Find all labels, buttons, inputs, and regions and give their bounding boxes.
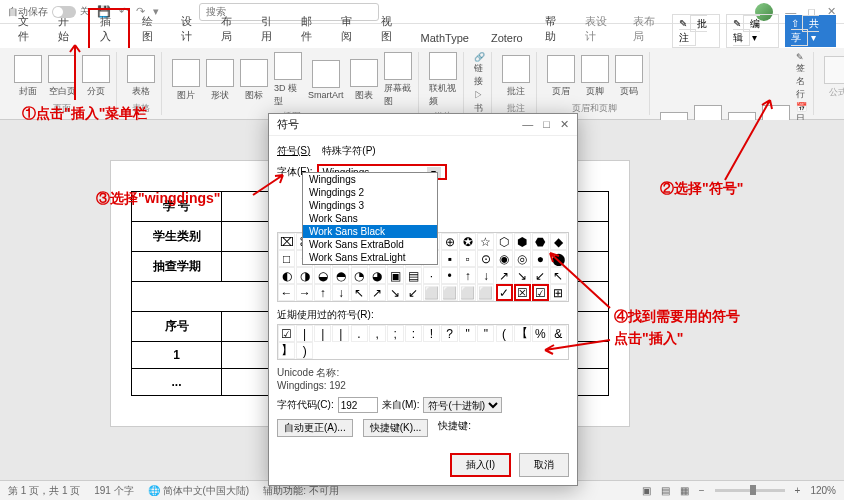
from-select[interactable]: 符号(十进制) [423, 397, 502, 413]
tab-review[interactable]: 审阅 [331, 10, 369, 48]
symbol-cell[interactable]: ☆ [477, 233, 494, 250]
symbol-cell[interactable]: ↑ [459, 267, 476, 284]
tab-mathtype[interactable]: MathType [411, 28, 479, 48]
screenshot-button[interactable]: 屏幕截图 [384, 52, 412, 108]
font-option[interactable]: Wingdings 3 [303, 199, 437, 212]
tab-references[interactable]: 引用 [251, 10, 289, 48]
edit-button[interactable]: ✎ 编辑 ▾ [726, 14, 779, 48]
symbol-cell[interactable]: □ [278, 250, 295, 267]
symbol-cell[interactable]: ⬜ [441, 284, 458, 301]
symbol-cell[interactable]: ☒ [514, 284, 531, 301]
recent-symbol[interactable]: | [314, 325, 331, 342]
tab-draw[interactable]: 绘图 [132, 10, 170, 48]
symbol-cell[interactable]: ✪ [459, 233, 476, 250]
recent-symbol[interactable]: ; [387, 325, 404, 342]
footer-button[interactable]: 页脚 [581, 55, 609, 98]
smartart-button[interactable]: SmartArt [308, 60, 344, 100]
chart-button[interactable]: 图表 [350, 59, 378, 102]
cancel-button[interactable]: 取消 [519, 453, 569, 477]
shortcut-button[interactable]: 快捷键(K)... [363, 419, 429, 437]
symbol-cell[interactable]: ↙ [405, 284, 422, 301]
insert-button[interactable]: 插入(I) [450, 453, 511, 477]
comments-button[interactable]: ✎ 批注 [672, 14, 719, 48]
symbol-cell[interactable]: ↖ [351, 284, 368, 301]
symbol-cell[interactable]: ▣ [387, 267, 404, 284]
link-button[interactable]: 🔗 链接 [474, 52, 485, 88]
symbol-cell[interactable]: ✓ [496, 284, 513, 301]
shapes-button[interactable]: 形状 [206, 59, 234, 102]
recent-symbol[interactable]: . [351, 325, 368, 342]
symbol-cell[interactable]: ⬜ [477, 284, 494, 301]
symbol-cell[interactable]: ▪ [441, 250, 458, 267]
font-option[interactable]: Work Sans ExtraBold [303, 238, 437, 251]
symbol-cell[interactable]: ▤ [405, 267, 422, 284]
zoom-level[interactable]: 120% [810, 485, 836, 496]
symbol-cell[interactable]: → [296, 284, 313, 301]
symbol-cell[interactable]: ↗ [369, 284, 386, 301]
recent-symbol[interactable]: " [477, 325, 494, 342]
symbol-cell[interactable]: ⊙ [477, 250, 494, 267]
page-status[interactable]: 第 1 页，共 1 页 [8, 484, 80, 498]
font-option[interactable]: Work Sans Black [303, 225, 437, 238]
symbol-cell[interactable]: · [423, 267, 440, 284]
symbol-cell[interactable]: ↙ [532, 267, 549, 284]
symbol-cell[interactable]: ⬢ [514, 233, 531, 250]
pagenumber-button[interactable]: 页码 [615, 55, 643, 98]
symbol-cell[interactable]: ⬜ [459, 284, 476, 301]
symbol-cell[interactable]: ◎ [514, 250, 531, 267]
symbol-cell[interactable]: ◕ [369, 267, 386, 284]
share-button[interactable]: ⇧ 共享 ▾ [785, 15, 836, 47]
tab-layout[interactable]: 布局 [211, 10, 249, 48]
symbol-cell[interactable]: ↓ [332, 284, 349, 301]
recent-symbol[interactable]: 【 [514, 325, 531, 342]
symbol-cell[interactable]: ⬤ [550, 250, 567, 267]
symbol-cell[interactable]: ↘ [514, 267, 531, 284]
symbol-cell[interactable]: ⌧ [278, 233, 295, 250]
zoom-slider[interactable] [715, 489, 785, 492]
autocorrect-button[interactable]: 自动更正(A)... [277, 419, 353, 437]
dialog-close-icon[interactable]: ✕ [560, 118, 569, 131]
cover-page-button[interactable]: 封面 [14, 55, 42, 98]
zoom-in-icon[interactable]: + [795, 485, 801, 496]
tab-tablelayout[interactable]: 表布局 [623, 10, 670, 48]
recent-symbol[interactable]: & [550, 325, 567, 342]
font-option[interactable]: Wingdings 2 [303, 186, 437, 199]
signature-button[interactable]: ✎ 签名行 [796, 52, 807, 101]
tab-view[interactable]: 视图 [371, 10, 409, 48]
symbol-cell[interactable]: ← [278, 284, 295, 301]
symbol-cell[interactable]: ⊕ [441, 233, 458, 250]
recent-symbol[interactable]: ? [441, 325, 458, 342]
tab-tabledesign[interactable]: 表设计 [575, 10, 622, 48]
symbol-cell[interactable]: ☑ [532, 284, 549, 301]
dialog-minimize-icon[interactable]: — [522, 118, 533, 131]
pictures-button[interactable]: 图片 [172, 59, 200, 102]
symbol-cell[interactable]: ⬣ [532, 233, 549, 250]
font-option[interactable]: Wingdings [303, 173, 437, 186]
language-status[interactable]: 🌐 简体中文(中国大陆) [148, 484, 249, 498]
symbol-cell[interactable]: ⊞ [550, 284, 567, 301]
symbol-cell[interactable]: ◔ [351, 267, 368, 284]
symbol-cell[interactable]: ◑ [296, 267, 313, 284]
3dmodels-button[interactable]: 3D 模型 [274, 52, 302, 108]
comment-button[interactable]: 批注 [502, 55, 530, 98]
symbol-cell[interactable]: ⬜ [423, 284, 440, 301]
equation-button[interactable]: 公式 [824, 56, 844, 99]
font-dropdown[interactable]: WingdingsWingdings 2Wingdings 3Work Sans… [302, 172, 438, 265]
symbol-cell[interactable]: ◒ [314, 267, 331, 284]
icons-button[interactable]: 图标 [240, 59, 268, 102]
recent-symbol[interactable]: 】 [278, 342, 295, 359]
char-code-input[interactable] [338, 397, 378, 413]
font-option[interactable]: Work Sans [303, 212, 437, 225]
word-count[interactable]: 191 个字 [94, 484, 133, 498]
recent-symbol[interactable]: % [532, 325, 549, 342]
view-print-icon[interactable]: ▤ [661, 485, 670, 496]
symbol-cell[interactable]: ▫ [459, 250, 476, 267]
recent-symbol[interactable]: ☑ [278, 325, 295, 342]
symbol-cell[interactable]: ◆ [550, 233, 567, 250]
blank-page-button[interactable]: 空白页 [48, 55, 76, 98]
symbol-cell[interactable]: ⬡ [496, 233, 513, 250]
symbol-cell[interactable]: ↓ [477, 267, 494, 284]
symbol-cell[interactable]: ↗ [496, 267, 513, 284]
symbol-cell[interactable]: ◓ [332, 267, 349, 284]
font-option[interactable]: Work Sans ExtraLight [303, 251, 437, 264]
